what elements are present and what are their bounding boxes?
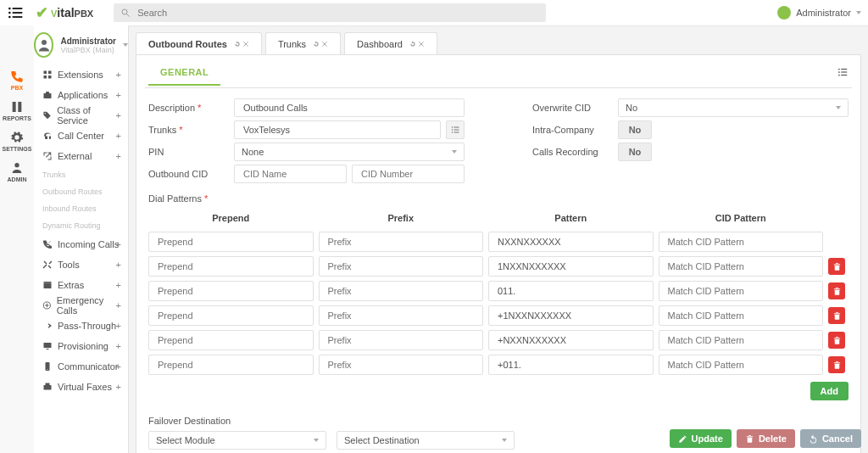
pattern-input[interactable] xyxy=(488,281,654,301)
topbar: ✔VitalPBX Administrator xyxy=(0,0,868,25)
list-view-icon[interactable] xyxy=(837,66,849,80)
intra-toggle[interactable]: No xyxy=(618,120,652,139)
overwrite-label: Overwrite CID xyxy=(532,103,613,113)
pattern-input[interactable] xyxy=(488,232,654,252)
prefix-input[interactable] xyxy=(319,281,484,301)
sidebar-item[interactable]: Emergency Calls + xyxy=(34,295,128,316)
rail-reports[interactable]: REPORTS xyxy=(0,95,34,126)
cid-pattern-input[interactable] xyxy=(659,256,824,277)
dial-row xyxy=(148,305,849,326)
topbar-user[interactable]: Administrator xyxy=(777,6,861,20)
sidebar-item[interactable]: Class of Service + xyxy=(34,105,128,126)
pattern-input[interactable] xyxy=(488,355,654,375)
sidebar-subitem[interactable]: Trunks xyxy=(34,166,128,183)
sidebar-item[interactable]: Applications + xyxy=(34,85,128,105)
record-toggle[interactable]: No xyxy=(618,143,652,161)
tab[interactable]: Outbound Routes xyxy=(136,32,262,54)
delete-row-button[interactable] xyxy=(828,258,845,275)
rail-admin[interactable]: ADMIN xyxy=(0,156,34,187)
hamburger-menu-icon[interactable] xyxy=(7,4,24,21)
sidebar-item[interactable]: Incoming Calls + xyxy=(34,234,128,254)
prefix-input[interactable] xyxy=(319,232,484,252)
pattern-input[interactable] xyxy=(488,330,654,350)
sidebar-item[interactable]: Extensions + xyxy=(34,64,128,85)
tab[interactable]: Dashboard xyxy=(344,32,437,54)
trunks-config-icon[interactable] xyxy=(446,120,465,139)
prepend-input[interactable] xyxy=(148,355,314,375)
sidebar: Administrator VitalPBX (Main) Extensions… xyxy=(34,25,129,453)
expand-icon: + xyxy=(116,300,121,310)
cid-pattern-input[interactable] xyxy=(659,281,824,301)
overwrite-select[interactable]: No xyxy=(618,98,849,117)
sidebar-item[interactable]: Extras + xyxy=(34,275,128,295)
main: Outbound Routes Trunks Dashboard GENERAL xyxy=(129,25,868,453)
cid-pattern-input[interactable] xyxy=(659,330,824,350)
sidebar-subitem[interactable]: Outbound Routes xyxy=(34,183,128,200)
emergency-icon xyxy=(42,300,52,310)
tab[interactable]: Trunks xyxy=(265,32,341,54)
cid-pattern-input[interactable] xyxy=(659,355,824,375)
pin-select[interactable]: None xyxy=(234,143,465,161)
tab-label: Trunks xyxy=(278,39,306,49)
profile-tenant: VitalPBX (Main) xyxy=(60,46,116,54)
delete-row-button[interactable] xyxy=(828,307,845,324)
general-form: Description * Trunks * PIN None Outbound… xyxy=(148,97,849,185)
briefcase-icon xyxy=(42,90,53,100)
expand-icon: + xyxy=(116,321,121,331)
prefix-input[interactable] xyxy=(319,256,484,277)
update-button[interactable]: Update xyxy=(670,429,732,448)
sidebar-subitem[interactable]: Inbound Routes xyxy=(34,200,128,217)
prepend-input[interactable] xyxy=(148,330,314,350)
prefix-input[interactable] xyxy=(319,305,484,326)
prepend-input[interactable] xyxy=(148,281,314,301)
prepend-input[interactable] xyxy=(148,232,314,252)
sidebar-item[interactable]: Communicator + xyxy=(34,356,128,377)
brand-logo[interactable]: ✔VitalPBX xyxy=(36,3,93,22)
sidebar-profile[interactable]: Administrator VitalPBX (Main) xyxy=(34,25,128,64)
pattern-input[interactable] xyxy=(488,305,654,326)
prepend-input[interactable] xyxy=(148,256,314,277)
sidebar-item[interactable]: External + xyxy=(34,146,128,166)
sidebar-subitem[interactable]: Dynamic Routing xyxy=(34,217,128,234)
tabs: Outbound Routes Trunks Dashboard xyxy=(136,32,861,54)
cid-name-input[interactable] xyxy=(234,165,347,183)
rail-settings[interactable]: SETTINGS xyxy=(0,126,34,156)
delete-button[interactable]: Delete xyxy=(737,429,795,448)
sidebar-item[interactable]: Call Center + xyxy=(34,126,128,146)
fax-icon xyxy=(42,382,53,392)
reload-icon[interactable] xyxy=(409,41,416,48)
cid-pattern-input[interactable] xyxy=(659,305,824,326)
delete-row-button[interactable] xyxy=(828,332,845,349)
cid-number-input[interactable] xyxy=(352,165,465,183)
cancel-button[interactable]: Cancel xyxy=(800,429,861,448)
sidebar-item[interactable]: Provisioning + xyxy=(34,336,128,356)
search-input[interactable] xyxy=(136,7,539,19)
external-icon xyxy=(42,151,53,161)
trunks-input[interactable] xyxy=(234,120,441,139)
close-icon[interactable] xyxy=(418,41,425,48)
rail-pbx[interactable]: PBX xyxy=(0,64,34,95)
close-icon[interactable] xyxy=(242,41,249,48)
outcid-label: Outbound CID xyxy=(148,169,229,179)
sidebar-item[interactable]: Virtual Faxes + xyxy=(34,377,128,397)
reload-icon[interactable] xyxy=(313,41,320,48)
global-search[interactable] xyxy=(114,3,546,22)
footer-actions: Update Delete Cancel xyxy=(670,429,861,448)
add-pattern-button[interactable]: Add xyxy=(810,382,849,400)
cid-pattern-input[interactable] xyxy=(659,232,824,252)
close-icon[interactable] xyxy=(321,41,328,48)
tools-icon xyxy=(42,260,53,270)
pattern-input[interactable] xyxy=(488,256,654,277)
sidebar-item[interactable]: Pass-Through + xyxy=(34,316,128,336)
description-input[interactable] xyxy=(234,98,465,117)
prefix-input[interactable] xyxy=(319,330,484,350)
section-tab-general[interactable]: GENERAL xyxy=(148,60,220,86)
sidebar-item[interactable]: Tools + xyxy=(34,254,128,275)
failover-module-select[interactable]: Select Module xyxy=(148,431,326,450)
delete-row-button[interactable] xyxy=(828,282,845,299)
delete-row-button[interactable] xyxy=(828,356,845,373)
failover-dest-select[interactable]: Select Destination xyxy=(337,431,515,450)
prefix-input[interactable] xyxy=(319,355,484,375)
prepend-input[interactable] xyxy=(148,305,314,326)
reload-icon[interactable] xyxy=(234,41,241,48)
